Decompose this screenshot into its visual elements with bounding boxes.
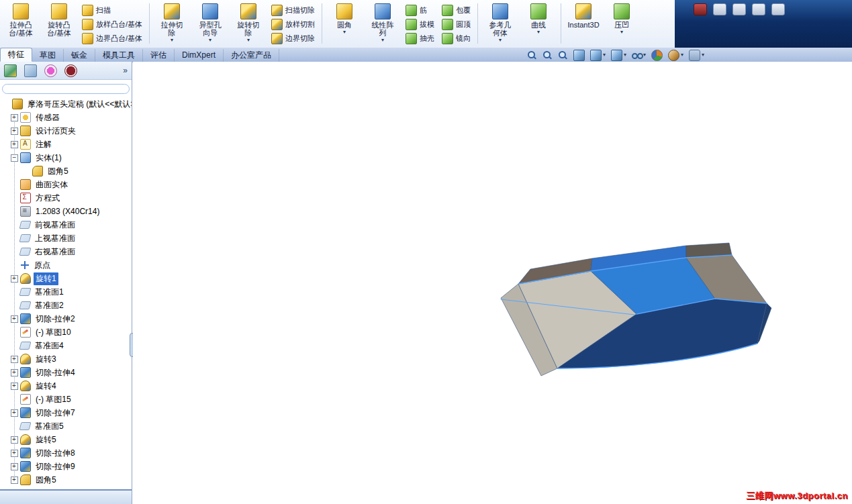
ribbon-button-shell[interactable]: 抽壳 [403, 32, 437, 45]
dropdown-caret-icon[interactable]: ▾ [499, 38, 502, 43]
tree-item-(-) 草图15[interactable]: (-) 草图15 [0, 393, 132, 406]
notes-icon[interactable] [771, 3, 785, 15]
edit-appearance-button[interactable] [651, 50, 663, 61]
expand-toggle-icon[interactable] [11, 450, 18, 457]
tree-item-上视基准面[interactable]: 上视基准面 [0, 232, 132, 245]
tree-item-1.2083 (X40Cr14)[interactable]: 1.2083 (X40Cr14) [0, 205, 132, 218]
tree-item-设计活页夹[interactable]: 设计活页夹 [0, 124, 132, 138]
ribbon-button-extruded-cut[interactable]: 拉伸切 除▾ [154, 2, 190, 45]
propertymanager-tab-icon[interactable] [24, 64, 37, 77]
ribbon-button-revolved-cut[interactable]: 旋转切 除▾ [230, 2, 267, 45]
tree-item-切除-拉伸7[interactable]: 切除-拉伸7 [0, 406, 132, 419]
expand-toggle-icon[interactable] [11, 369, 18, 376]
feature-tree-root[interactable]: 摩洛哥压头定稿 (默认<<默认>_ [0, 97, 132, 111]
zoom-to-fit-button[interactable] [527, 50, 537, 60]
ribbon-button-swept-boss-base[interactable]: 扫描 [79, 3, 145, 17]
ribbon-button-wrap[interactable]: 包覆 [439, 3, 473, 17]
tree-item-曲面实体[interactable]: 曲面实体 [0, 178, 132, 191]
dropdown-caret-icon[interactable]: ▾ [681, 52, 683, 58]
tree-item-切除-拉伸8[interactable]: 切除-拉伸8 [0, 446, 132, 460]
tree-item-切除-拉伸2[interactable]: 切除-拉伸2 [0, 312, 132, 325]
hide-show-items-button[interactable]: ▾ [632, 50, 646, 60]
panel-overflow-chevron[interactable]: » [123, 66, 128, 75]
expand-toggle-icon[interactable] [11, 275, 18, 283]
tree-item-旋转4[interactable]: 旋转4 [0, 379, 132, 393]
tree-item-旋转3[interactable]: 旋转3 [0, 352, 132, 366]
tree-item-基准面2[interactable]: 基准面2 [0, 299, 132, 312]
tree-item-右视基准面[interactable]: 右视基准面 [0, 245, 132, 258]
dropdown-caret-icon[interactable]: ▾ [381, 38, 384, 43]
document-icon[interactable] [732, 3, 746, 15]
tree-item-基准面4[interactable]: 基准面4 [0, 339, 132, 352]
expand-toggle-icon[interactable] [11, 315, 18, 323]
tree-item-基准面1[interactable]: 基准面1 [0, 285, 132, 299]
ribbon-button-rib[interactable]: 筋 [403, 3, 437, 17]
tab-草图[interactable]: 草图 [32, 49, 64, 62]
tree-item-切除-拉伸9[interactable]: 切除-拉伸9 [0, 460, 132, 473]
tree-item-实体(1)[interactable]: 实体(1) [0, 151, 132, 164]
expand-toggle-icon[interactable] [11, 476, 18, 484]
tree-item-(-) 草图10[interactable]: (-) 草图10 [0, 325, 132, 339]
ribbon-button-lofted-boss-base[interactable]: 放样凸台/基体 [79, 17, 145, 31]
ribbon-button-indent[interactable]: 压凹▾ [604, 2, 640, 45]
ribbon-button-swept-cut[interactable]: 扫描切除 [269, 3, 318, 17]
tab-钣金[interactable]: 钣金 [64, 49, 95, 62]
ribbon-button-linear-pattern[interactable]: 线性阵 列▾ [365, 2, 401, 45]
view-settings-button[interactable]: ▾ [689, 50, 704, 61]
dropdown-caret-icon[interactable]: ▾ [209, 38, 211, 43]
tab-特征[interactable]: 特征 [0, 48, 32, 62]
tree-item-方程式[interactable]: 方程式 [0, 191, 132, 205]
ribbon-button-fillet[interactable]: 圆角▾ [326, 2, 363, 45]
chart-icon[interactable] [752, 3, 765, 15]
panel-bottom-pane[interactable] [0, 489, 132, 504]
expand-toggle-icon[interactable] [11, 356, 18, 363]
tab-办公室产品[interactable]: 办公室产品 [224, 49, 279, 62]
dropdown-caret-icon[interactable]: ▾ [603, 52, 606, 58]
tree-item-旋转5[interactable]: 旋转5 [0, 433, 132, 446]
dropdown-caret-icon[interactable]: ▾ [247, 38, 250, 43]
tree-item-圆角5[interactable]: 圆角5 [0, 164, 132, 178]
dropdown-caret-icon[interactable]: ▾ [537, 30, 540, 35]
tab-模具工具[interactable]: 模具工具 [95, 49, 143, 62]
dropdown-caret-icon[interactable]: ▾ [702, 52, 704, 58]
apply-scene-button[interactable]: ▾ [668, 50, 683, 61]
ribbon-button-lofted-cut[interactable]: 放样切割 [269, 17, 318, 31]
tree-item-圆角5[interactable]: 圆角5 [0, 473, 132, 487]
tree-item-旋转1[interactable]: 旋转1 [0, 272, 132, 285]
ribbon-button-hole-wizard[interactable]: 异型孔 向导▾ [192, 2, 228, 45]
tree-item-注解[interactable]: 注解 [0, 138, 132, 151]
nav-back-icon[interactable] [713, 3, 726, 15]
ribbon-button-revolved-boss-base[interactable]: 旋转凸 台/基体 [41, 2, 77, 45]
tree-item-前视基准面[interactable]: 前视基准面 [0, 218, 132, 232]
ribbon-button-boundary-boss-base[interactable]: 边界凸台/基体 [79, 32, 145, 45]
ribbon-button-reference-geometry[interactable]: 参考几 何体▾ [482, 2, 518, 45]
ribbon-button-instant3d[interactable]: Instant3D [565, 2, 602, 45]
tree-item-原点[interactable]: 原点 [0, 258, 132, 272]
expand-toggle-icon[interactable] [11, 409, 18, 417]
ribbon-button-mirror[interactable]: 镜向 [439, 32, 473, 45]
featuremanager-tab-icon[interactable] [4, 64, 17, 77]
ribbon-button-draft[interactable]: 拔模 [403, 17, 437, 31]
ribbon-button-boundary-cut[interactable]: 边界切除 [269, 32, 318, 45]
tree-item-切除-拉伸4[interactable]: 切除-拉伸4 [0, 366, 132, 379]
configurationmanager-tab-icon[interactable] [44, 64, 57, 77]
dropdown-caret-icon[interactable]: ▾ [620, 30, 623, 35]
display-style-button[interactable]: ▾ [611, 50, 626, 61]
tree-item-传感器[interactable]: 传感器 [0, 111, 132, 124]
expand-toggle-icon[interactable] [11, 154, 18, 162]
section-view-button[interactable] [573, 50, 585, 61]
expand-toggle-icon[interactable] [11, 114, 18, 121]
ribbon-button-dome[interactable]: 圆顶 [439, 17, 473, 31]
dropdown-caret-icon[interactable]: ▾ [643, 52, 646, 58]
sw-rx-logo-icon[interactable] [694, 3, 707, 15]
tree-item-基准面5[interactable]: 基准面5 [0, 419, 132, 433]
graphics-viewport[interactable]: 三维网www.3dportal.cn [133, 62, 852, 504]
displaymanager-tab-icon[interactable] [64, 64, 77, 77]
ribbon-button-curves[interactable]: 曲线▾ [520, 2, 557, 45]
ribbon-button-extruded-boss-base[interactable]: 拉伸凸 台/基体 [3, 2, 39, 45]
dropdown-caret-icon[interactable]: ▾ [171, 38, 173, 43]
expand-toggle-icon[interactable] [11, 463, 18, 470]
tab-评估[interactable]: 评估 [143, 49, 175, 62]
expand-toggle-icon[interactable] [11, 128, 18, 135]
zoom-to-area-button[interactable] [542, 50, 553, 60]
